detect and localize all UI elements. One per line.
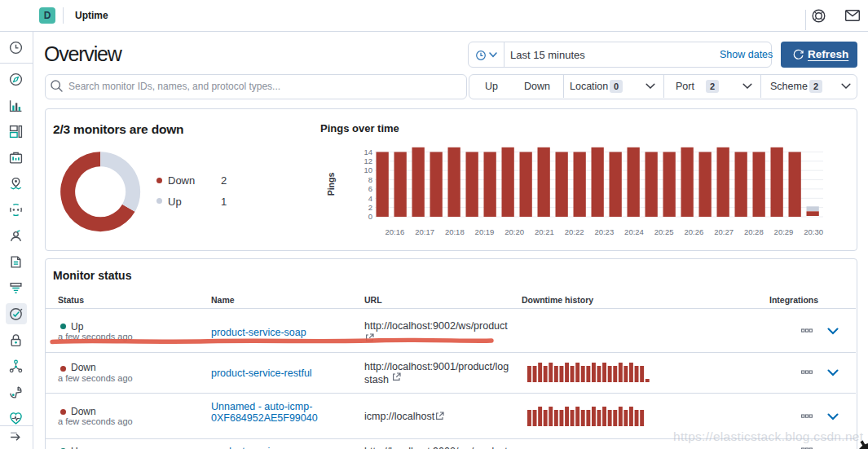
svg-text:10: 10 (364, 165, 372, 174)
svg-text:20:20: 20:20 (504, 227, 524, 236)
svg-text:20:16: 20:16 (386, 227, 405, 236)
svg-text:20:18: 20:18 (445, 227, 465, 236)
svg-text:6: 6 (368, 184, 372, 193)
svg-text:20:21: 20:21 (535, 227, 554, 236)
svg-text:Pings: Pings (326, 173, 336, 196)
svg-text:2: 2 (368, 203, 372, 212)
svg-text:12: 12 (364, 156, 372, 165)
svg-text:4: 4 (368, 194, 372, 203)
svg-text:20:19: 20:19 (475, 227, 495, 236)
svg-text:20:25: 20:25 (654, 227, 674, 236)
svg-text:20:28: 20:28 (744, 227, 764, 236)
svg-text:20:27: 20:27 (714, 227, 734, 236)
svg-text:14: 14 (364, 147, 372, 156)
svg-text:20:30: 20:30 (804, 227, 823, 236)
svg-text:20:23: 20:23 (594, 227, 614, 236)
svg-text:20:29: 20:29 (774, 227, 794, 236)
svg-text:0: 0 (368, 212, 372, 221)
svg-text:20:22: 20:22 (565, 227, 584, 236)
svg-text:20:26: 20:26 (685, 227, 704, 236)
svg-text:20:24: 20:24 (624, 227, 644, 236)
svg-text:20:17: 20:17 (415, 227, 434, 236)
svg-text:8: 8 (368, 175, 372, 184)
